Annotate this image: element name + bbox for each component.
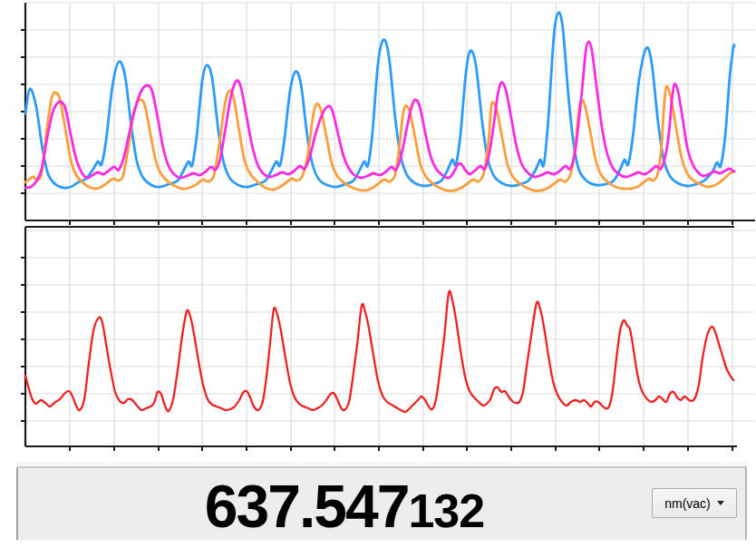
wavelength-value-minor: 132 [408,487,484,534]
unit-label: nm(vac) [664,496,711,511]
bottom-chart [21,227,755,451]
top-chart [21,3,755,225]
panel-top-strip [16,462,747,468]
wavemeter-window: 637.547132 nm(vac) [0,0,756,548]
blue-trace [25,13,734,188]
wavelength-value-main: 637.547 [205,476,409,536]
unit-dropdown[interactable]: nm(vac) [652,488,737,518]
wavelength-readout: 637.547132 [18,476,745,536]
chevron-down-icon [717,501,724,505]
reading-panel: 637.547132 nm(vac) [16,462,747,540]
